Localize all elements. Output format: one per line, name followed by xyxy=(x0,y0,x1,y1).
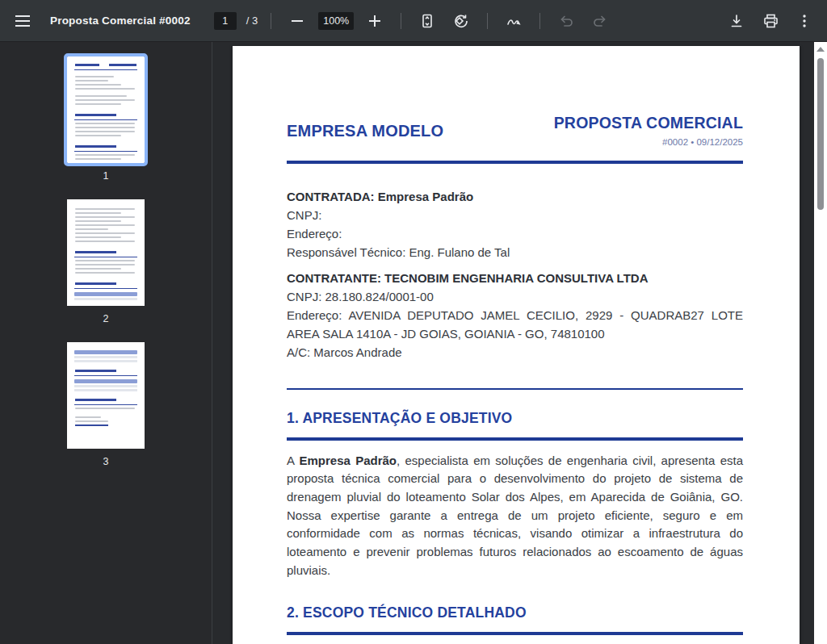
section-divider-rule xyxy=(287,388,743,390)
toolbar-separator xyxy=(487,13,488,29)
proposal-title: PROPOSTA COMERCIAL xyxy=(554,114,743,132)
toolbar-separator xyxy=(271,13,271,29)
plus-icon xyxy=(369,15,380,27)
redo-icon xyxy=(593,15,607,27)
minus-icon xyxy=(292,15,303,27)
print-icon xyxy=(763,14,779,28)
download-button[interactable] xyxy=(724,8,749,34)
rotate-button[interactable] xyxy=(448,8,474,34)
toolbar-separator xyxy=(401,13,401,29)
contratada-block: CONTRATADA: Empresa Padrão CNPJ: Endereç… xyxy=(287,187,743,261)
toolbar-separator xyxy=(539,13,540,29)
undo-icon xyxy=(559,15,573,27)
header-rule xyxy=(287,161,743,164)
thumbnail-page-3[interactable]: 3 xyxy=(67,342,145,467)
contratante-block: CONTRATANTE: TECNOBIM ENGENHARIA CONSULT… xyxy=(287,269,743,362)
contratada-cnpj: CNPJ: xyxy=(287,206,743,224)
fit-to-page-button[interactable] xyxy=(414,8,440,34)
thumbnail-sidebar: 1 2 xyxy=(0,42,212,644)
section-2-heading: 2. ESCOPO TÉCNICO DETALHADO xyxy=(287,604,743,621)
contratante-title: CONTRATANTE: TECNOBIM ENGENHARIA CONSULT… xyxy=(287,269,743,287)
rotate-icon xyxy=(453,13,469,29)
thumbnail-page-1[interactable]: 1 xyxy=(67,56,145,182)
document-header: EMPRESA MODELO PROPOSTA COMERCIAL #0002 … xyxy=(287,114,743,147)
page-number-input[interactable] xyxy=(214,12,237,30)
document-title: Proposta Comercial #0002 xyxy=(50,15,191,27)
more-options-button[interactable] xyxy=(791,8,817,34)
section-1-heading: 1. APRESENTAÇÃO E OBJETIVO xyxy=(287,410,743,427)
thumbnail-page-number: 3 xyxy=(103,456,109,467)
contratante-cnpj: CNPJ: 28.180.824/0001-00 xyxy=(287,287,743,306)
thumbnail-page-2[interactable]: 2 xyxy=(67,199,145,324)
contratada-responsavel: Responsável Técnico: Eng. Fulano de Tal xyxy=(287,243,743,261)
ink-pen-icon xyxy=(506,13,522,29)
thumbnail-page-number: 1 xyxy=(103,170,109,182)
pdf-toolbar: Proposta Comercial #0002 / 3 xyxy=(0,0,827,42)
print-button[interactable] xyxy=(758,8,783,34)
contratada-endereco: Endereço: xyxy=(287,224,743,243)
contratante-ac: A/C: Marcos Andrade xyxy=(287,343,743,362)
hamburger-menu-icon xyxy=(15,15,30,27)
bold-company-ref: Empresa Padrão xyxy=(299,454,397,467)
viewer-content: 1 2 xyxy=(0,42,827,644)
download-icon xyxy=(729,14,744,28)
contratante-endereco: Endereço: AVENIDA DEPUTADO JAMEL CECILIO… xyxy=(287,306,743,343)
redo-button[interactable] xyxy=(587,8,613,34)
thumbnail-page-1-preview xyxy=(67,56,145,163)
scroll-up-arrow-icon[interactable] xyxy=(817,47,825,52)
zoom-out-button[interactable] xyxy=(284,8,310,34)
section-2-rule xyxy=(287,632,743,635)
company-name: EMPRESA MODELO xyxy=(287,122,443,140)
zoom-in-button[interactable] xyxy=(362,8,388,34)
page-total-label: / 3 xyxy=(246,15,258,27)
fit-page-icon xyxy=(419,13,435,29)
contratada-title: CONTRATADA: Empresa Padrão xyxy=(287,187,743,206)
thumbnail-page-3-preview xyxy=(67,342,145,449)
annotate-button[interactable] xyxy=(501,8,527,34)
vertical-scrollbar[interactable] xyxy=(814,42,827,644)
proposal-number-date: #0002 • 09/12/2025 xyxy=(554,137,743,147)
menu-button[interactable] xyxy=(10,8,36,34)
pdf-page-1: EMPRESA MODELO PROPOSTA COMERCIAL #0002 … xyxy=(233,46,800,644)
section-1-paragraph: A Empresa Padrão, especialista em soluçõ… xyxy=(287,452,743,580)
thumbnail-page-number: 2 xyxy=(103,313,109,324)
pdf-viewer-canvas: EMPRESA MODELO PROPOSTA COMERCIAL #0002 … xyxy=(212,42,827,644)
thumbnail-page-2-preview xyxy=(67,199,145,306)
scrollbar-thumb[interactable] xyxy=(817,58,824,210)
section-1-rule xyxy=(287,437,743,441)
zoom-level-input[interactable] xyxy=(318,12,354,30)
undo-button[interactable] xyxy=(553,8,579,34)
more-vert-icon xyxy=(803,15,806,27)
